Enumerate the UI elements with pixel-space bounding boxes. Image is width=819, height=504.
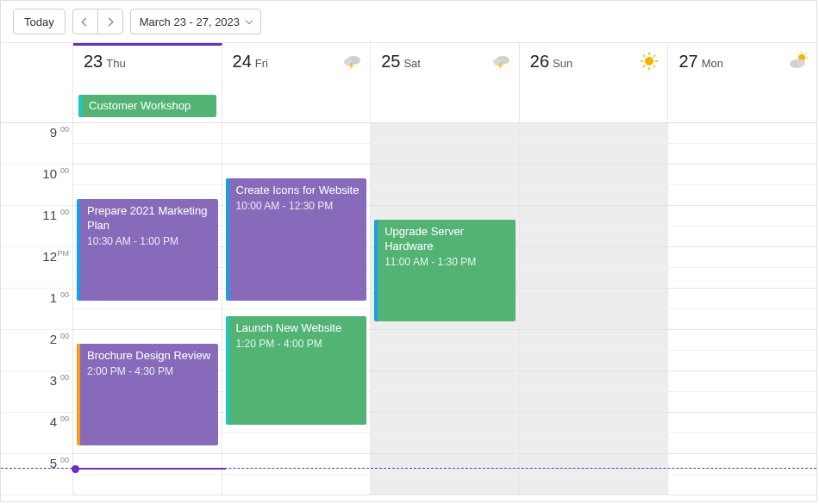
time-slot[interactable] bbox=[668, 123, 816, 144]
today-button[interactable]: Today bbox=[13, 9, 66, 34]
day-header[interactable]: 23ThuCustomer Workshop bbox=[73, 43, 222, 122]
time-slot[interactable] bbox=[520, 247, 668, 268]
time-slot[interactable] bbox=[371, 165, 519, 185]
time-slot[interactable] bbox=[520, 268, 668, 289]
time-slot[interactable] bbox=[668, 289, 816, 309]
time-slot[interactable] bbox=[222, 123, 371, 144]
allday-row: Customer Workshop bbox=[78, 95, 216, 117]
time-slot[interactable] bbox=[668, 475, 816, 495]
time-slot[interactable] bbox=[371, 413, 519, 433]
date-range-button[interactable]: March 23 - 27, 2023 bbox=[130, 9, 261, 34]
day-columns: Prepare 2021 Marketing Plan10:30 AM - 1:… bbox=[73, 123, 816, 495]
now-track bbox=[75, 468, 226, 470]
calendar-grid[interactable]: 9001000110012PM100200300400500 Prepare 2… bbox=[1, 123, 816, 501]
allday-row bbox=[525, 95, 663, 117]
time-slot[interactable] bbox=[668, 247, 816, 268]
day-of-week: Sat bbox=[403, 57, 421, 70]
calendar-event[interactable]: Brochure Design Review2:00 PM - 4:30 PM bbox=[77, 344, 218, 445]
day-header[interactable]: 25Sat bbox=[371, 43, 520, 122]
time-slot[interactable] bbox=[668, 330, 816, 351]
hour-label: 12PM bbox=[1, 247, 72, 289]
time-slot[interactable] bbox=[371, 454, 519, 475]
time-slot[interactable] bbox=[668, 268, 816, 289]
day-column[interactable] bbox=[520, 123, 669, 495]
calendar-event[interactable]: Upgrade Server Hardware11:00 AM - 1:30 P… bbox=[374, 220, 516, 321]
time-slot[interactable] bbox=[668, 227, 816, 247]
time-slot[interactable] bbox=[73, 123, 222, 144]
allday-event[interactable]: Customer Workshop bbox=[78, 95, 216, 117]
time-slot[interactable] bbox=[371, 433, 519, 454]
day-header[interactable]: 26Sun bbox=[520, 43, 669, 122]
time-slot[interactable] bbox=[668, 433, 816, 454]
time-slot[interactable] bbox=[73, 165, 222, 185]
time-slot[interactable] bbox=[73, 475, 222, 495]
weather-icon bbox=[342, 52, 361, 71]
time-slot[interactable] bbox=[520, 289, 668, 309]
day-header[interactable]: 27Mon bbox=[668, 43, 816, 122]
time-slot[interactable] bbox=[222, 454, 371, 475]
event-title: Launch New Website bbox=[236, 321, 360, 336]
time-slot[interactable] bbox=[222, 433, 371, 454]
time-slot[interactable] bbox=[371, 351, 519, 371]
day-number: 23 bbox=[84, 52, 103, 71]
time-slot[interactable] bbox=[520, 475, 668, 495]
time-slot[interactable] bbox=[520, 123, 668, 144]
event-time: 2:00 PM - 4:30 PM bbox=[87, 365, 211, 377]
day-column[interactable]: Prepare 2021 Marketing Plan10:30 AM - 1:… bbox=[73, 123, 222, 495]
time-slot[interactable] bbox=[371, 371, 519, 392]
time-slot[interactable] bbox=[668, 206, 816, 227]
day-header[interactable]: 24Fri bbox=[222, 43, 372, 122]
time-slot[interactable] bbox=[73, 454, 222, 475]
calendar-event[interactable]: Prepare 2021 Marketing Plan10:30 AM - 1:… bbox=[77, 199, 218, 301]
time-slot[interactable] bbox=[520, 413, 668, 433]
time-slot[interactable] bbox=[520, 165, 668, 185]
time-slot[interactable] bbox=[668, 165, 816, 185]
next-button[interactable] bbox=[97, 9, 123, 34]
chevron-down-icon bbox=[246, 16, 253, 23]
time-slot[interactable] bbox=[668, 392, 816, 413]
time-slot[interactable] bbox=[371, 185, 519, 206]
time-slot[interactable] bbox=[73, 144, 222, 165]
hour-label: 400 bbox=[1, 413, 72, 454]
hour-suffix: 00 bbox=[60, 125, 69, 134]
time-slot[interactable] bbox=[668, 371, 816, 392]
day-of-week: Mon bbox=[702, 57, 723, 70]
time-slot[interactable] bbox=[668, 144, 816, 165]
time-slot[interactable] bbox=[668, 351, 816, 371]
time-slot[interactable] bbox=[520, 227, 668, 247]
hour-label: 1100 bbox=[1, 206, 72, 247]
time-slot[interactable] bbox=[520, 185, 668, 206]
day-column[interactable] bbox=[668, 123, 816, 495]
time-slot[interactable] bbox=[520, 433, 668, 454]
hour-suffix: 00 bbox=[60, 166, 69, 175]
prev-button[interactable] bbox=[72, 9, 98, 34]
time-slot[interactable] bbox=[371, 475, 519, 495]
time-slot[interactable] bbox=[520, 351, 668, 371]
hour-label: 1000 bbox=[1, 165, 72, 206]
hour-label: 500 bbox=[1, 454, 72, 495]
time-slot[interactable] bbox=[520, 330, 668, 351]
time-slot[interactable] bbox=[520, 454, 668, 475]
time-slot[interactable] bbox=[73, 309, 222, 330]
time-slot[interactable] bbox=[668, 454, 816, 475]
time-slot[interactable] bbox=[371, 144, 519, 165]
time-slot[interactable] bbox=[520, 206, 668, 227]
time-slot[interactable] bbox=[668, 185, 816, 206]
day-of-week: Thu bbox=[106, 57, 125, 70]
time-slot[interactable] bbox=[520, 371, 668, 392]
time-slot[interactable] bbox=[668, 309, 816, 330]
time-slot[interactable] bbox=[520, 309, 668, 330]
day-of-week: Sun bbox=[553, 57, 572, 70]
time-slot[interactable] bbox=[520, 392, 668, 413]
time-slot[interactable] bbox=[222, 475, 371, 495]
time-slot[interactable] bbox=[520, 144, 668, 165]
time-slot[interactable] bbox=[668, 413, 816, 433]
time-slot[interactable] bbox=[371, 123, 519, 144]
day-column[interactable]: Upgrade Server Hardware11:00 AM - 1:30 P… bbox=[371, 123, 520, 495]
time-slot[interactable] bbox=[371, 392, 519, 413]
calendar-event[interactable]: Create Icons for Website10:00 AM - 12:30… bbox=[226, 178, 367, 301]
day-column[interactable]: Create Icons for Website10:00 AM - 12:30… bbox=[222, 123, 372, 495]
time-slot[interactable] bbox=[222, 144, 371, 165]
calendar-event[interactable]: Launch New Website1:20 PM - 4:00 PM bbox=[226, 316, 367, 425]
time-slot[interactable] bbox=[371, 330, 519, 351]
